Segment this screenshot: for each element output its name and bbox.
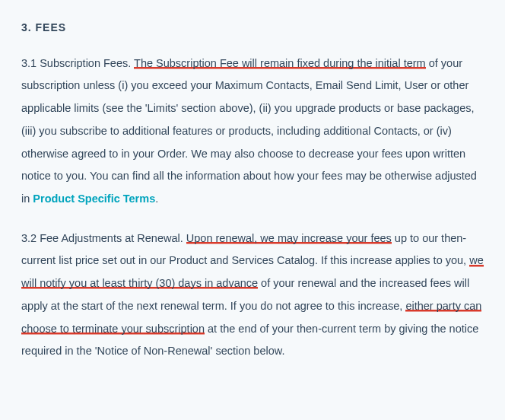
clause-3-1: 3.1 Subscription Fees. The Subscription … bbox=[21, 52, 484, 211]
clause-3-2-lead: 3.2 Fee Adjustments at Renewal. bbox=[21, 232, 186, 244]
product-specific-terms-link[interactable]: Product Specific Terms bbox=[33, 192, 155, 205]
clause-3-1-period: . bbox=[155, 192, 158, 205]
clause-3-1-body: of your subscription unless (i) you exce… bbox=[21, 57, 477, 205]
highlight-fixed-fee: The Subscription Fee will remain fixed d… bbox=[134, 57, 426, 70]
clause-3-2: 3.2 Fee Adjustments at Renewal. Upon ren… bbox=[21, 228, 484, 363]
highlight-increase-fees: Upon renewal, we may increase your fees bbox=[186, 232, 392, 245]
clause-3-1-lead: 3.1 Subscription Fees. bbox=[21, 57, 134, 69]
section-heading: 3. FEES bbox=[21, 17, 484, 39]
